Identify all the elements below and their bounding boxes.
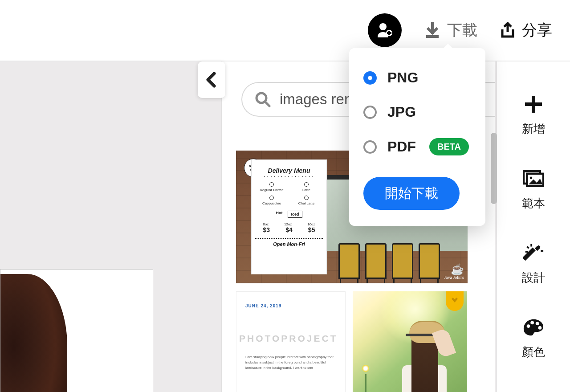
plus-icon [523,94,544,115]
canvas-image-hair [0,274,67,392]
beta-badge: BETA [429,138,469,155]
java-logo: ☕ Java John's [444,264,464,280]
chevron-left-icon [205,71,218,89]
download-icon [424,22,441,39]
format-option-png[interactable]: PNG [363,61,471,95]
search-icon [255,91,271,107]
radio-selected-icon [363,71,377,85]
svg-rect-10 [523,247,536,261]
tool-color[interactable]: 顏色 [522,317,545,360]
template-card-photo-project[interactable]: JUNE 24, 2019 PHOTOPROJECT I am studying… [236,291,346,392]
wand-icon [523,242,544,264]
person-add-icon [376,21,394,39]
radio-icon [363,106,377,119]
svg-rect-4 [426,35,439,38]
tool-templates[interactable]: 範本 [522,168,545,211]
format-option-pdf[interactable]: PDF BETA [363,129,471,164]
palette-icon [523,317,544,338]
svg-line-6 [265,102,269,106]
svg-point-14 [538,326,542,330]
share-label: 分享 [522,20,552,41]
download-label: 下載 [447,20,477,41]
add-user-button[interactable] [368,13,402,47]
svg-rect-3 [387,32,391,34]
format-option-jpg[interactable]: JPG [363,95,471,129]
canvas-artboard[interactable] [0,269,153,392]
download-button[interactable]: 下載 [424,20,477,41]
tool-design[interactable]: 設計 [522,242,545,286]
radio-icon [363,140,377,154]
share-icon [500,22,516,38]
svg-point-12 [530,321,534,325]
template-body-text: I am studying how people interact with p… [245,355,336,371]
template-icon [523,168,544,189]
share-button[interactable]: 分享 [500,20,552,41]
start-download-button[interactable]: 開始下載 [363,177,460,210]
tool-add[interactable]: 新增 [522,94,545,137]
svg-point-0 [379,23,387,30]
menu-paper: Delivery Menu • • • • • • • • • • • • • … [251,159,327,274]
premium-badge-icon [446,291,464,311]
svg-point-9 [530,176,533,179]
svg-point-13 [536,322,539,326]
right-toolbar: 新增 範本 設計 [497,61,570,392]
svg-point-11 [527,324,530,328]
template-title: PHOTOPROJECT [239,333,336,344]
panel-back-button[interactable] [198,61,225,98]
template-date: JUNE 24, 2019 [245,303,336,308]
download-dropdown: PNG JPG PDF BETA 開始下載 [349,48,485,226]
template-card-sunlight[interactable] [353,291,467,392]
search-value: images rem [280,91,356,108]
scrollbar-thumb[interactable] [491,133,497,204]
coffee-cup-icon: ☕ [444,264,464,275]
